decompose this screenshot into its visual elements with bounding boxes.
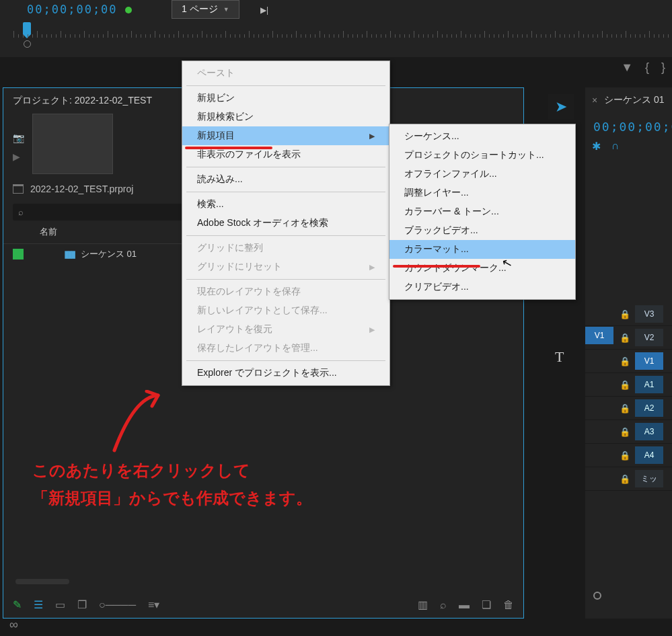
menu-separator <box>186 360 385 361</box>
submenu-countdown[interactable]: カウントダウンマーク... <box>389 259 575 278</box>
menu-save-layout-as: 新しいレイアウトとして保存... <box>182 301 389 320</box>
submenu-arrow-icon: ▶ <box>369 325 375 334</box>
submenu-clear-video[interactable]: クリアビデオ... <box>389 278 575 296</box>
track-header[interactable]: 🔒A3 <box>585 420 672 444</box>
type-tool-icon[interactable]: T <box>548 348 574 366</box>
step-forward-icon[interactable]: ▶| <box>260 5 268 15</box>
sort-menu-icon[interactable]: ≡▾ <box>148 598 159 611</box>
play-icon[interactable]: ▶ <box>13 151 24 162</box>
project-filename: 2022-12-02_TEST.prproj <box>30 184 133 194</box>
menu-search[interactable]: 検索... <box>182 195 389 214</box>
submenu-adjust[interactable]: 調整レイヤー... <box>389 184 575 202</box>
menu-paste: ペースト <box>182 64 389 83</box>
menu-save-layout: 現在のレイアウトを保存 <box>182 282 389 301</box>
page-dropdown[interactable]: 1 ページ ▼ <box>172 0 239 19</box>
bin-icon[interactable] <box>13 184 24 194</box>
menu-new-item[interactable]: 新規項目 ▶ <box>182 126 389 145</box>
selection-tool-icon[interactable]: ➤ <box>548 94 574 120</box>
write-mode-icon[interactable]: ✎ <box>13 598 22 611</box>
track-header[interactable]: 🔒V2 <box>585 326 672 350</box>
lock-icon[interactable]: 🔒 <box>615 427 635 437</box>
track-header[interactable]: 🔒V1 <box>585 350 672 373</box>
lock-icon[interactable]: 🔒 <box>615 403 635 413</box>
track-label[interactable]: V1 <box>635 352 663 370</box>
marker-icon[interactable]: ▼ <box>621 61 633 75</box>
track-label[interactable]: V3 <box>635 305 663 323</box>
freeform-view-icon[interactable]: ❐ <box>77 598 87 611</box>
magnet-icon[interactable]: ∩ <box>611 140 620 153</box>
zoom-circle-icon[interactable] <box>24 40 31 48</box>
track-label[interactable]: A2 <box>635 399 663 417</box>
timeline-zoom-handle[interactable] <box>593 592 601 600</box>
menu-separator <box>186 192 385 192</box>
out-bracket-icon[interactable]: } <box>661 61 665 75</box>
menu-separator <box>186 85 385 86</box>
timeline-panel: ➤ T × シーケンス 01 00;00;00;00 ✱ ∩ V1 🔒V3🔒V2… <box>585 87 672 619</box>
page-dropdown-label: 1 ページ <box>182 3 218 15</box>
snap-icon[interactable]: ✱ <box>592 140 601 153</box>
menu-separator <box>186 279 385 280</box>
track-label[interactable]: ミッ <box>635 470 663 487</box>
time-ruler[interactable] <box>13 24 672 38</box>
sequence-item-name: シーケンス 01 <box>81 248 137 260</box>
submenu-offline[interactable]: オフラインファイル... <box>389 165 575 184</box>
submenu-bars[interactable]: カラーバー & トーン... <box>389 202 575 221</box>
track-label[interactable]: A4 <box>635 446 663 464</box>
label-color-chip[interactable] <box>13 249 24 260</box>
menu-new-search-bin[interactable]: 新規検索ビン <box>182 108 389 126</box>
track-header[interactable]: 🔒A4 <box>585 444 672 467</box>
annotation-text: このあたりを右クリックして 「新規項目」からでも作成できます。 <box>32 457 312 512</box>
camera-icon[interactable]: 📷 <box>13 132 24 143</box>
timeline-timecode[interactable]: 00;00;00;00 <box>593 120 672 134</box>
lock-icon[interactable]: 🔒 <box>615 309 635 319</box>
track-label[interactable]: A1 <box>635 376 663 393</box>
menu-align-grid: グリッドに整列 <box>182 239 389 257</box>
track-header[interactable]: 🔒V3 <box>585 303 672 326</box>
sequence-tab-label: シーケンス 01 <box>604 94 664 106</box>
submenu-color-matte[interactable]: カラーマット... <box>389 240 575 259</box>
menu-new-bin[interactable]: 新規ビン <box>182 89 389 108</box>
track-header[interactable]: 🔒A1 <box>585 373 672 397</box>
column-name-header[interactable]: 名前 <box>40 226 57 238</box>
track-header[interactable]: 🔒A2 <box>585 397 672 420</box>
menu-explorer[interactable]: Explorer でプロジェクトを表示... <box>182 364 389 383</box>
submenu-sequence[interactable]: シーケンス... <box>389 127 575 146</box>
context-menu: ペースト 新規ビン 新規検索ビン 新規項目 ▶ 非表示のファイルを表示 読み込み… <box>182 61 390 386</box>
icon-view-icon[interactable]: ▭ <box>55 598 65 611</box>
sequence-icon: ▮▮▮ <box>64 248 74 260</box>
lock-icon[interactable]: 🔒 <box>615 333 635 343</box>
track-label[interactable]: V2 <box>635 329 663 346</box>
list-view-icon[interactable]: ☰ <box>34 598 43 611</box>
lock-icon[interactable]: 🔒 <box>615 474 635 484</box>
menu-restore-layout: レイアウトを復元 ▶ <box>182 320 389 339</box>
sequence-tab[interactable]: × シーケンス 01 <box>585 94 665 106</box>
submenu-arrow-icon: ▶ <box>369 132 375 141</box>
search-icon: ⌕ <box>18 207 24 217</box>
zoom-slider[interactable]: ○──── <box>99 599 136 611</box>
lock-icon[interactable]: 🔒 <box>615 450 635 461</box>
menu-separator <box>186 167 385 167</box>
program-timecode[interactable]: 00;00;00;00 <box>27 3 118 16</box>
trash-icon[interactable]: 🗑 <box>503 599 514 611</box>
automate-icon[interactable]: ▥ <box>418 598 428 611</box>
submenu-black[interactable]: ブラックビデオ... <box>389 221 575 240</box>
find-icon[interactable]: ⌕ <box>440 599 447 611</box>
menu-reset-grid: グリッドにリセット ▶ <box>182 257 389 276</box>
in-bracket-icon[interactable]: { <box>645 61 649 75</box>
lock-icon[interactable]: 🔒 <box>615 356 635 366</box>
new-bin-icon[interactable]: ▬ <box>459 599 470 611</box>
lock-icon[interactable]: 🔒 <box>615 380 635 390</box>
new-item-icon[interactable]: ❏ <box>482 598 491 611</box>
menu-manage-layout: 保存したレイアウトを管理... <box>182 339 389 358</box>
menu-separator <box>186 235 385 236</box>
submenu-shortcut[interactable]: プロジェクトのショートカット... <box>389 146 575 165</box>
menu-stock-audio[interactable]: Adobe Stock オーディオを検索 <box>182 214 389 233</box>
track-header-area: 🔒V3🔒V2🔒V1🔒A1🔒A2🔒A3🔒A4🔒ミッ <box>585 303 672 491</box>
horizontal-scrollbar[interactable] <box>15 579 69 584</box>
track-label[interactable]: A3 <box>635 423 663 440</box>
close-tab-icon[interactable]: × <box>592 95 597 106</box>
track-header[interactable]: 🔒ミッ <box>585 467 672 491</box>
record-indicator <box>125 7 132 13</box>
creative-cloud-icon[interactable]: ∞ <box>9 618 18 632</box>
menu-import[interactable]: 読み込み... <box>182 170 389 189</box>
